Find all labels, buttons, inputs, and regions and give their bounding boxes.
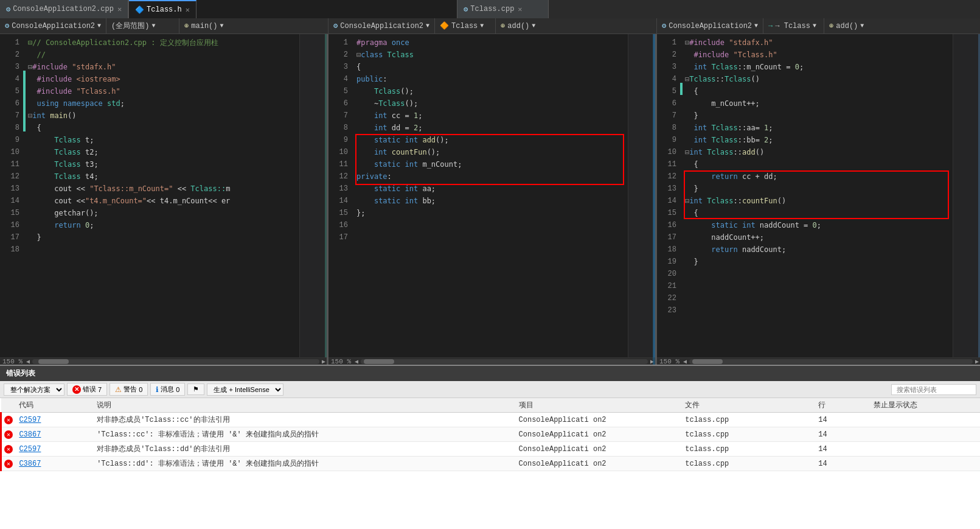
dropdown-project2[interactable]: ⚙ ConsoleApplication2 ▼ <box>328 18 435 33</box>
error-code[interactable]: C3867 <box>19 460 41 468</box>
code-line: #include "Tclass.h" <box>685 49 953 61</box>
code-line: } <box>28 231 299 243</box>
code-line: public: <box>356 73 628 85</box>
scroll-left-2[interactable]: ◀ <box>353 358 360 365</box>
filter-btn[interactable]: ⚑ <box>187 384 204 395</box>
error-icon: ✕ <box>4 416 13 424</box>
fn-icon3: ⊕ <box>829 21 833 30</box>
cpp-icon: ⚙ <box>6 5 10 14</box>
col-project[interactable]: 项目 <box>514 398 681 413</box>
code-line: return cc + dd; <box>685 170 953 183</box>
error-row[interactable]: ✕ C2597 对非静态成员'Tclass::dd'的非法引用 ConsoleA… <box>1 442 981 457</box>
code-line: int Tclass::bb= 2; <box>685 134 953 146</box>
error-row[interactable]: ✕ C2597 对非静态成员'Tclass::cc'的非法引用 ConsoleA… <box>1 413 981 427</box>
dropdown-class3[interactable]: → → Tclass ▼ <box>763 18 824 33</box>
editor-pane-2: 1234567891011121314151617 #pragma once ⊟… <box>328 34 657 365</box>
error-row[interactable]: ✕ C3867 'Tclass::dd': 非标准语法；请使用 '&' 来创建指… <box>1 457 981 471</box>
error-code[interactable]: C2597 <box>19 416 41 424</box>
error-panel: 错误列表 整个解决方案 ✕ 错误 7 ⚠ 警告 0 ℹ 消息 0 ⚑ 生成 + … <box>0 365 980 529</box>
code-line: { <box>685 85 953 97</box>
code-line: int cc = 1; <box>356 110 628 122</box>
code-line: m_nCount++; <box>685 97 953 110</box>
code-line: int dd = 2; <box>356 122 628 134</box>
code-line: getchar(); <box>28 207 299 219</box>
zoom-1: 150 % <box>0 358 25 365</box>
error-toolbar: 整个解决方案 ✕ 错误 7 ⚠ 警告 0 ℹ 消息 0 ⚑ 生成 + Intel… <box>0 381 980 398</box>
error-code[interactable]: C2597 <box>19 445 41 454</box>
error-code[interactable]: C3867 <box>19 430 41 439</box>
code-line: }; <box>356 207 628 219</box>
build-dropdown[interactable]: 生成 + IntelliSense <box>207 384 283 396</box>
code-line: // <box>28 49 299 61</box>
dropdown-scope1[interactable]: (全局范围) ▼ <box>106 18 179 33</box>
code-line: ⊟int main() <box>28 110 299 122</box>
scope-dropdown[interactable]: 整个解决方案 <box>4 384 64 396</box>
col-indicator <box>1 398 15 413</box>
error-icon: ✕ <box>4 445 13 454</box>
dropdown-project3[interactable]: ⚙ ConsoleApplication2 ▼ <box>657 18 763 33</box>
tab-h[interactable]: 🔷 Tclass.h ✕ <box>129 0 196 18</box>
code-line: ⊟int Tclass::add() <box>685 146 953 158</box>
class-icon3: → <box>768 22 773 30</box>
code-line: static int add(); <box>356 134 628 146</box>
tab-close-h[interactable]: ✕ <box>186 5 190 15</box>
editor-pane-1: 123456789101112131415161718 ⊟// ConsoleA… <box>0 34 328 365</box>
code-line: static int bb; <box>356 195 628 207</box>
line-numbers-2: 1234567891011121314151617 <box>328 34 352 357</box>
error-x-icon: ✕ <box>72 385 81 394</box>
code-line: ⊟class Tclass <box>356 49 628 61</box>
code-line: ⊟Tclass::Tclass() <box>685 73 953 85</box>
code-content-3[interactable]: ⊟#include "stdafx.h" #include "Tclass.h"… <box>683 34 953 268</box>
dropdown-project2-label: ConsoleApplication2 <box>340 22 423 30</box>
col-suppress[interactable]: 禁止显示状态 <box>869 398 980 413</box>
col-line[interactable]: 行 <box>813 398 869 413</box>
code-content-2[interactable]: #pragma once ⊟class Tclass { public: Tcl… <box>354 34 628 219</box>
col-file[interactable]: 文件 <box>680 398 813 413</box>
scroll-left-1[interactable]: ◀ <box>25 358 31 365</box>
dropdown-fn3[interactable]: ⊕ add() ▼ <box>824 18 869 33</box>
code-line: Tclass t4; <box>28 170 299 183</box>
scroll-right-1[interactable]: ▶ <box>321 358 327 365</box>
dropdown-scope1-label: (全局范围) <box>111 21 149 31</box>
code-line: cout << "Tclass::m_nCount=" << Tclass::m <box>28 183 299 195</box>
error-row[interactable]: ✕ C3867 'Tclass::cc': 非标准语法；请使用 '&' 来创建指… <box>1 427 981 442</box>
zoom-3: 150 % <box>657 358 682 365</box>
dropdown-fn1[interactable]: ⊕ main() ▼ <box>179 18 228 33</box>
code-line: int Tclass::aa= 1; <box>685 122 953 134</box>
dropdown-project1[interactable]: ⚙ ConsoleApplication2 ▼ <box>0 18 106 33</box>
tab-cpp1[interactable]: ⚙ ConsoleApplication2.cpp ✕ <box>0 0 128 18</box>
tab-close-cpp1[interactable]: ✕ <box>117 5 122 14</box>
tab-close-cpp2[interactable]: ✕ <box>518 5 522 14</box>
line-numbers-1: 123456789101112131415161718 <box>0 34 23 357</box>
dropdown-class2[interactable]: 🔶 Tclass ▼ <box>435 18 496 33</box>
scroll-left-3[interactable]: ◀ <box>682 358 688 365</box>
code-content-1[interactable]: ⊟// ConsoleApplication2.cpp : 定义控制台应用柱 /… <box>26 34 299 357</box>
message-count-btn[interactable]: ℹ 消息 0 <box>150 383 185 396</box>
col-desc[interactable]: 说明 <box>92 398 513 413</box>
minimap-2 <box>628 34 655 357</box>
tab-label-cpp2: Tclass.cpp <box>470 5 514 13</box>
error-count-btn[interactable]: ✕ 错误 7 <box>67 383 107 396</box>
col-code[interactable]: 代码 <box>14 398 92 413</box>
search-errors-input[interactable] <box>891 384 976 395</box>
cpp2-icon: ⚙ <box>464 5 468 14</box>
dropdown-class2-label: Tclass <box>451 22 478 30</box>
error-icon: ✕ <box>4 430 13 439</box>
code-line: int countFun(); <box>356 146 628 158</box>
tab-cpp2[interactable]: ⚙ Tclass.cpp ✕ <box>457 0 549 18</box>
code-line: int Tclass::m_nCount = 0; <box>685 61 953 73</box>
dropdown-fn2[interactable]: ⊕ add() ▼ <box>496 18 540 33</box>
code-line: { <box>28 122 299 134</box>
fn-icon1: ⊕ <box>184 21 189 30</box>
warning-icon: ⚠ <box>115 385 122 394</box>
code-line: static int aa; <box>356 183 628 195</box>
code-line: ⊟#include "stdafx.h" <box>28 61 299 73</box>
code-line: naddCount++; <box>685 231 953 243</box>
scroll-right-3[interactable]: ▶ <box>974 358 980 365</box>
error-icon: ✕ <box>4 460 13 468</box>
project-icon3: ⚙ <box>662 21 666 30</box>
warning-count-btn[interactable]: ⚠ 警告 0 <box>109 383 148 396</box>
code-line: #include <iostream> <box>28 73 299 85</box>
code-line: using namespace std; <box>28 97 299 110</box>
code-line: return naddCount; <box>685 243 953 256</box>
